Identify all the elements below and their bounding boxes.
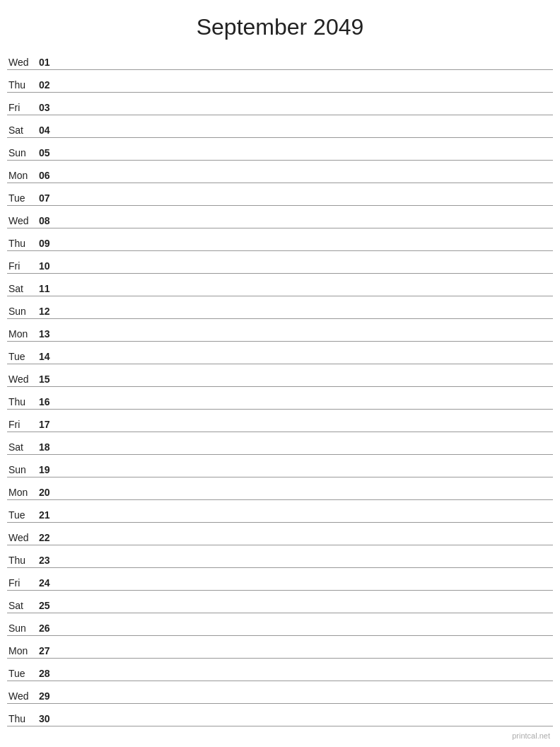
- calendar-row: Sat04: [7, 115, 553, 138]
- day-name: Fri: [7, 102, 39, 113]
- day-line: [60, 384, 553, 385]
- day-number: 07: [39, 192, 60, 204]
- day-line: [60, 203, 553, 204]
- calendar-row: Fri10: [7, 251, 553, 274]
- calendar-row: Wed15: [7, 364, 553, 387]
- day-line: [60, 90, 553, 91]
- calendar-row: Fri03: [7, 93, 553, 115]
- day-name: Fri: [7, 419, 39, 430]
- day-line: [60, 497, 553, 498]
- calendar-row: Thu16: [7, 387, 553, 410]
- calendar-row: Sat18: [7, 432, 553, 455]
- day-name: Mon: [7, 328, 39, 340]
- day-line: [60, 67, 553, 68]
- calendar-row: Thu02: [7, 70, 553, 93]
- watermark: printcal.net: [512, 731, 550, 740]
- day-line: [60, 429, 553, 430]
- day-line: [60, 158, 553, 158]
- day-number: 13: [39, 328, 60, 340]
- day-name: Sun: [7, 147, 39, 158]
- calendar-row: Wed01: [7, 47, 553, 70]
- calendar-row: Sun05: [7, 138, 553, 161]
- calendar-row: Wed08: [7, 206, 553, 228]
- day-name: Mon: [7, 487, 39, 498]
- day-name: Fri: [7, 260, 39, 272]
- day-name: Thu: [7, 713, 39, 724]
- day-number: 08: [39, 215, 60, 226]
- calendar-row: Thu09: [7, 228, 553, 251]
- day-number: 16: [39, 396, 60, 407]
- day-name: Mon: [7, 645, 39, 656]
- day-name: Tue: [7, 351, 39, 362]
- day-number: 19: [39, 464, 60, 475]
- day-line: [60, 271, 553, 272]
- day-number: 26: [39, 622, 60, 634]
- day-name: Thu: [7, 396, 39, 407]
- calendar-row: Thu23: [7, 545, 553, 568]
- calendar-row: Mon13: [7, 319, 553, 342]
- calendar-row: Sat11: [7, 274, 553, 296]
- day-name: Tue: [7, 509, 39, 521]
- day-line: [60, 135, 553, 136]
- day-number: 21: [39, 509, 60, 521]
- calendar-row: Wed22: [7, 523, 553, 545]
- calendar-row: Tue07: [7, 183, 553, 206]
- calendar-row: Tue14: [7, 342, 553, 364]
- day-name: Wed: [7, 57, 39, 68]
- calendar-row: Sat25: [7, 591, 553, 613]
- day-number: 27: [39, 645, 60, 656]
- day-number: 18: [39, 441, 60, 453]
- day-number: 12: [39, 306, 60, 317]
- day-line: [60, 656, 553, 656]
- day-name: Sun: [7, 306, 39, 317]
- day-number: 03: [39, 102, 60, 113]
- day-number: 30: [39, 713, 60, 724]
- page-title: September 2049: [0, 0, 560, 47]
- calendar-row: Sun19: [7, 455, 553, 477]
- calendar-row: Mon06: [7, 161, 553, 183]
- day-name: Wed: [7, 374, 39, 385]
- day-name: Fri: [7, 577, 39, 589]
- day-number: 23: [39, 555, 60, 566]
- day-line: [60, 407, 553, 407]
- day-number: 17: [39, 419, 60, 430]
- day-number: 04: [39, 124, 60, 136]
- day-number: 20: [39, 487, 60, 498]
- day-number: 25: [39, 600, 60, 611]
- day-name: Wed: [7, 532, 39, 543]
- calendar-row: Mon27: [7, 636, 553, 659]
- day-name: Wed: [7, 215, 39, 226]
- calendar-row: Sun26: [7, 613, 553, 636]
- day-number: 01: [39, 57, 60, 68]
- calendar-row: Tue28: [7, 659, 553, 681]
- day-line: [60, 316, 553, 317]
- day-number: 24: [39, 577, 60, 589]
- day-name: Thu: [7, 555, 39, 566]
- day-line: [60, 248, 553, 249]
- calendar-row: Fri17: [7, 410, 553, 432]
- calendar-row: Fri24: [7, 568, 553, 591]
- day-line: [60, 543, 553, 543]
- day-name: Sun: [7, 464, 39, 475]
- day-number: 28: [39, 668, 60, 679]
- day-name: Tue: [7, 192, 39, 204]
- calendar-row: Thu30: [7, 704, 553, 726]
- day-line: [60, 724, 553, 724]
- day-name: Mon: [7, 170, 39, 181]
- day-line: [60, 701, 553, 702]
- day-name: Sat: [7, 600, 39, 611]
- day-line: [60, 452, 553, 453]
- calendar-row: Tue21: [7, 500, 553, 523]
- day-line: [60, 475, 553, 475]
- day-line: [60, 610, 553, 611]
- day-line: [60, 112, 553, 113]
- day-number: 29: [39, 690, 60, 702]
- day-line: [60, 633, 553, 634]
- calendar-row: Mon20: [7, 477, 553, 500]
- day-number: 15: [39, 374, 60, 385]
- day-number: 06: [39, 170, 60, 181]
- day-line: [60, 678, 553, 679]
- day-line: [60, 565, 553, 566]
- day-name: Thu: [7, 238, 39, 249]
- day-line: [60, 180, 553, 181]
